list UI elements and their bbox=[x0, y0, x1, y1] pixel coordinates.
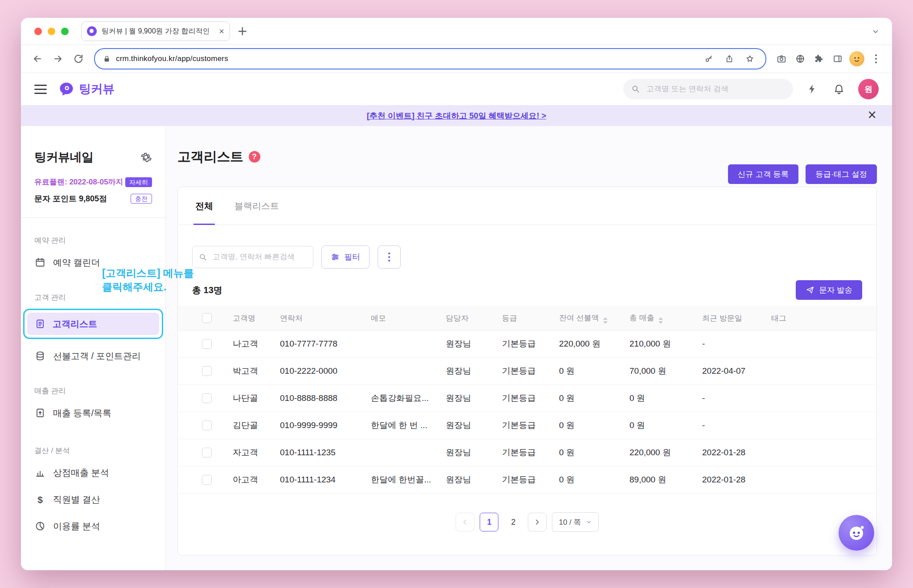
cell-tag bbox=[765, 385, 876, 412]
customer-quick-search-input[interactable] bbox=[212, 252, 307, 262]
table-row[interactable]: 박고객 010-2222-0000 원장님 기본등급 0 원 70,000 원 … bbox=[178, 358, 876, 385]
row-checkbox[interactable] bbox=[202, 393, 212, 403]
send-sms-button[interactable]: 문자 발송 bbox=[796, 280, 862, 300]
side-panel-icon[interactable] bbox=[829, 50, 847, 68]
customer-quick-search[interactable] bbox=[192, 246, 313, 268]
toolbar-extensions bbox=[773, 50, 885, 68]
quick-actions-bolt-icon[interactable] bbox=[805, 82, 820, 97]
tab-blacklist[interactable]: 블랙리스트 bbox=[233, 187, 281, 225]
more-options-button[interactable] bbox=[378, 245, 401, 269]
bookmark-star-icon[interactable] bbox=[742, 51, 757, 66]
search-icon bbox=[199, 253, 207, 261]
notifications-bell-icon[interactable] bbox=[831, 82, 847, 97]
col-total-sales[interactable]: 총 매출 bbox=[624, 306, 696, 331]
table-row[interactable]: 자고객 010-1111-1235 원장님 기본등급 0 원 220,000 원… bbox=[178, 439, 876, 466]
minimize-window-button[interactable] bbox=[48, 28, 55, 35]
back-button[interactable] bbox=[28, 49, 47, 68]
total-count-text: 총 13명 bbox=[192, 284, 222, 296]
next-page-button[interactable] bbox=[528, 513, 547, 531]
close-window-button[interactable] bbox=[34, 28, 42, 35]
banner-close-icon[interactable]: × bbox=[867, 108, 877, 121]
annotation-line1: [고객리스트] 메뉴를 bbox=[102, 266, 194, 280]
browser-profile-avatar[interactable] bbox=[849, 51, 864, 66]
col-prepaid-balance[interactable]: 잔여 선불액 bbox=[553, 306, 624, 331]
browser-menu-icon[interactable] bbox=[867, 54, 885, 63]
tab-all[interactable]: 전체 bbox=[193, 187, 215, 225]
grade-tag-settings-button[interactable]: 등급·태그 설정 bbox=[806, 164, 877, 184]
sidebar-item-customer-list[interactable]: 고객리스트 bbox=[27, 313, 159, 335]
sidebar-item-usage-analysis[interactable]: 이용률 분석 bbox=[34, 514, 152, 538]
cell-grade: 기본등급 bbox=[496, 439, 553, 466]
recharge-badge[interactable]: 충전 bbox=[131, 194, 152, 204]
cell-manager: 원장님 bbox=[440, 412, 496, 439]
register-customer-button[interactable]: 신규 고객 등록 bbox=[728, 164, 799, 184]
share-icon[interactable] bbox=[722, 51, 737, 66]
cell-last-visit: 2022-01-28 bbox=[696, 439, 765, 466]
table-row[interactable]: 나단골 010-8888-8888 손톱강화필요... 원장님 기본등급 0 원… bbox=[178, 385, 876, 412]
cell-memo: 손톱강화필요... bbox=[365, 385, 440, 412]
sidebar-item-label: 예약 캘린더 bbox=[53, 257, 100, 269]
table-row[interactable]: 나고객 010-7777-7778 원장님 기본등급 220,000 원 210… bbox=[178, 331, 876, 358]
row-checkbox[interactable] bbox=[202, 421, 212, 430]
cell-manager: 원장님 bbox=[440, 331, 496, 358]
sidebar-item-label: 고객리스트 bbox=[53, 318, 97, 330]
sidebar-item-staff-settlement[interactable]: $ 직원별 결산 bbox=[34, 488, 152, 511]
new-tab-button[interactable]: + bbox=[237, 25, 247, 37]
sort-icon[interactable] bbox=[603, 317, 608, 324]
cell-phone: 010-9999-9999 bbox=[274, 412, 365, 439]
zoom-window-button[interactable] bbox=[61, 28, 69, 35]
url-text[interactable]: crm.thinkofyou.kr/app/customers bbox=[116, 54, 696, 63]
select-all-checkbox[interactable] bbox=[202, 313, 212, 323]
cell-prepaid: 0 원 bbox=[553, 358, 624, 385]
reload-button[interactable] bbox=[69, 49, 88, 68]
global-search[interactable] bbox=[623, 79, 793, 99]
extensions-puzzle-icon[interactable] bbox=[810, 50, 828, 68]
row-checkbox[interactable] bbox=[202, 366, 212, 376]
row-checkbox[interactable] bbox=[202, 339, 212, 349]
address-bar[interactable]: crm.thinkofyou.kr/app/customers bbox=[94, 48, 766, 69]
help-icon[interactable]: ? bbox=[249, 151, 260, 163]
section-label-analysis: 결산 / 분석 bbox=[34, 446, 152, 456]
forward-button[interactable] bbox=[49, 49, 67, 68]
prepaid-coins-icon bbox=[34, 351, 46, 361]
cell-tag bbox=[765, 439, 876, 466]
tab-close-icon[interactable]: × bbox=[219, 27, 224, 36]
sort-icon[interactable] bbox=[658, 317, 663, 324]
table-row[interactable]: 김단골 010-9999-9999 한달에 한 번 ... 원장님 기본등급 0… bbox=[178, 412, 876, 439]
sidebar-item-store-sales-analysis[interactable]: 상점매출 분석 bbox=[34, 461, 152, 484]
customer-list-highlight-box: 고객리스트 bbox=[23, 309, 163, 339]
paper-plane-icon bbox=[806, 286, 814, 294]
shop-name: 팅커뷰네일 bbox=[34, 149, 94, 165]
translate-icon[interactable] bbox=[791, 50, 809, 68]
hamburger-menu-icon[interactable] bbox=[34, 85, 47, 94]
settings-gear-icon[interactable] bbox=[140, 151, 152, 163]
sidebar-item-sales-register[interactable]: 매출 등록/목록 bbox=[34, 401, 152, 425]
promo-banner-link[interactable]: [추천 이벤트] 친구 초대하고 50일 혜택받으세요! > bbox=[367, 110, 547, 121]
screenshot-camera-icon[interactable] bbox=[773, 50, 790, 68]
user-avatar[interactable]: 원 bbox=[858, 79, 879, 99]
search-icon bbox=[631, 85, 640, 94]
tab-list-chevron-icon[interactable] bbox=[872, 28, 880, 36]
page-size-select[interactable]: 10 / 쪽 bbox=[552, 512, 598, 532]
sidebar-item-prepaid-points[interactable]: 선불고객 / 포인트관리 bbox=[34, 344, 152, 368]
row-checkbox[interactable] bbox=[202, 475, 212, 485]
customer-table: 고객명 연락처 메모 담당자 등급 잔여 선불액 총 매출 최근 방문일 태그 bbox=[178, 306, 876, 494]
logo-text: 팅커뷰 bbox=[79, 81, 115, 97]
key-icon[interactable] bbox=[701, 51, 716, 66]
cell-prepaid: 0 원 bbox=[553, 385, 624, 412]
browser-tab[interactable]: 팅커뷰 | 월 9,900원 가장 합리적인 × bbox=[81, 21, 230, 41]
filter-button[interactable]: 필터 bbox=[321, 245, 370, 269]
sidebar-item-label: 상점매출 분석 bbox=[53, 467, 109, 479]
col-last-visit: 최근 방문일 bbox=[696, 306, 765, 331]
row-checkbox[interactable] bbox=[202, 448, 212, 457]
cell-grade: 기본등급 bbox=[496, 385, 553, 412]
page-2-button[interactable]: 2 bbox=[504, 513, 522, 531]
app-logo[interactable]: 팅커뷰 bbox=[58, 81, 115, 97]
global-search-input[interactable] bbox=[646, 84, 785, 94]
logo-bubble-icon bbox=[58, 81, 74, 97]
plan-detail-badge[interactable]: 자세히 bbox=[125, 177, 152, 187]
chat-support-button[interactable] bbox=[839, 515, 874, 551]
prev-page-button[interactable] bbox=[456, 513, 474, 531]
table-row[interactable]: 아고객 010-1111-1234 한달에 한번꼴... 원장님 기본등급 0 … bbox=[178, 466, 876, 494]
page-1-button[interactable]: 1 bbox=[480, 513, 498, 531]
